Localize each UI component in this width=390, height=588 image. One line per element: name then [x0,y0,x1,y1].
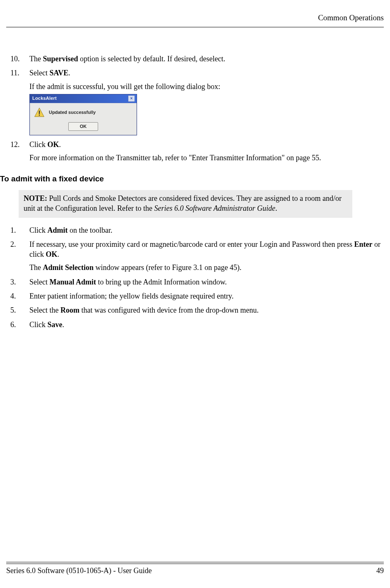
instruction-list-bottom: 1.Click Admit on the toolbar.2.If necess… [6,225,384,330]
subheading: To admit with a fixed device [0,174,384,184]
text: window appears (refer to Figure 3.1 on p… [94,263,241,272]
bold-text: Admit Selection [43,263,93,272]
dialog-message: Updated successfully [49,109,96,116]
dialog-body: Updated successfully [30,103,137,120]
content-area: 10. The Supervised option is selected by… [6,54,384,334]
text: to bring up the Admit Information window… [96,278,227,286]
list-item-11: 11. Select SAVE. If the admit is success… [6,68,384,135]
list-body: If necessary, use your proximity card or… [29,239,384,273]
list-item: 6.Click Save. [6,320,384,330]
header-section-title: Common Operations [0,12,390,23]
list-item-12: 12. Click OK. For more information on th… [6,140,384,163]
list-number: 4. [10,291,16,301]
bold-text: OK [48,140,59,149]
footer-page-number: 49 [376,566,384,576]
header-rule [6,27,384,27]
note-italic: Series 6.0 Software Administrator Guide [154,204,275,212]
list-item-10: 10. The Supervised option is selected by… [6,54,384,64]
dialog-button-row: OK [30,120,137,135]
text: The [29,55,43,63]
bold-text: Supervised [43,55,78,63]
text: . [68,69,70,77]
bold-text: Admit [48,226,68,234]
dialog-screenshot: LocksAlert × [29,94,384,135]
warning-icon [34,107,45,118]
instruction-list-top: 10. The Supervised option is selected by… [6,54,384,163]
list-body: Select the Room that was configured with… [29,305,384,315]
footer: Series 6.0 Software (0510-1065-A) - User… [6,566,384,576]
footer-left: Series 6.0 Software (0510-1065-A) - User… [6,566,152,576]
text: Click [29,226,48,234]
bold-text: Manual Admit [49,278,96,286]
list-body: Select Manual Admit to bring up the Admi… [29,277,384,287]
text: Select [29,278,49,286]
list-number: 12. [10,140,20,149]
text: Enter patient information; the yellow fi… [29,292,234,300]
note-text-after: . [275,204,277,212]
list-body: Enter patient information; the yellow fi… [29,291,384,301]
text: Click [29,140,48,149]
note-box: NOTE: Pull Cords and Smoke Detectors are… [19,190,352,218]
footer-rule-top [6,562,384,562]
bold-text: OK [46,250,57,258]
list-body: Click Save. [29,320,384,330]
text: . [58,250,60,258]
list-item: 3.Select Manual Admit to bring up the Ad… [6,277,384,287]
text: Click [29,321,48,329]
bold-text: SAVE [49,69,68,77]
paragraph: The Admit Selection window appears (refe… [29,263,384,272]
list-number: 10. [10,54,20,64]
list-number: 11. [10,68,19,78]
paragraph: If the admit is successful, you will get… [29,82,384,92]
list-number: 1. [10,225,16,235]
bold-text: Save [48,321,63,329]
text: on the toolbar. [68,226,113,234]
text: The [29,263,43,272]
bold-text: Enter [354,240,373,248]
dialog-title-text: LocksAlert [32,95,57,101]
ok-button: OK [68,122,98,131]
close-icon: × [128,95,135,102]
page: Common Operations 10. The Supervised opt… [0,0,390,588]
svg-rect-1 [39,111,40,114]
list-body: Click Admit on the toolbar. [29,225,384,235]
footer-rule-bottom [6,564,384,564]
list-item: 4.Enter patient information; the yellow … [6,291,384,301]
dialog-titlebar: LocksAlert × [30,94,137,103]
bold-text: Room [60,306,79,314]
text: option is selected by default. If desire… [78,55,225,63]
list-number: 2. [10,239,16,249]
paragraph: For more information on the Transmitter … [29,153,384,163]
text: . [63,321,65,329]
note-label: NOTE: [24,194,47,202]
list-item: 2.If necessary, use your proximity card … [6,239,384,273]
list-number: 6. [10,320,16,330]
text: that was configured with device from the… [79,306,259,314]
text: Select the [29,306,60,314]
dialog-window: LocksAlert × [29,94,137,135]
list-item: 5.Select the Room that was configured wi… [6,305,384,315]
svg-rect-2 [39,115,40,116]
text: If necessary, use your proximity card or… [29,240,354,248]
text: . [59,140,61,149]
text: Select [29,69,49,77]
list-number: 5. [10,305,16,315]
list-item: 1.Click Admit on the toolbar. [6,225,384,235]
list-number: 3. [10,277,16,287]
